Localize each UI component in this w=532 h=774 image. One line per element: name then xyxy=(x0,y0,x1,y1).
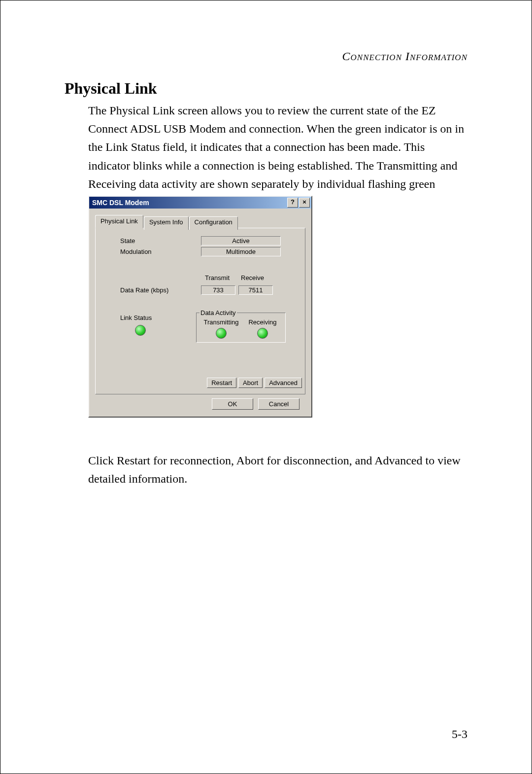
ok-button[interactable]: OK xyxy=(212,398,253,410)
receive-header: Receive xyxy=(241,274,264,281)
window-title: SMC DSL Modem xyxy=(92,199,149,207)
receiving-column: Receiving xyxy=(245,318,280,340)
running-header: Connection Information xyxy=(342,50,467,63)
page-number: 5-3 xyxy=(452,728,467,741)
receiving-led-icon xyxy=(257,328,268,339)
tab-physical-link[interactable]: Physical Link xyxy=(95,215,143,228)
abort-button[interactable]: Abort xyxy=(238,378,263,388)
document-page: Connection Information Physical Link The… xyxy=(0,0,532,774)
section-after-text: Click Restart for reconnection, Abort fo… xyxy=(88,452,467,488)
cancel-button[interactable]: Cancel xyxy=(258,398,299,410)
state-label: State xyxy=(120,237,135,245)
link-status-label: Link Status xyxy=(120,314,152,321)
titlebar: SMC DSL Modem ? × xyxy=(89,197,311,209)
section-body: The Physical Link screen allows you to r… xyxy=(88,102,467,211)
modulation-value: Multimode xyxy=(201,247,281,256)
section-title: Physical Link xyxy=(65,79,157,98)
help-button[interactable]: ? xyxy=(287,198,298,208)
modulation-label: Modulation xyxy=(120,248,152,255)
tab-configuration[interactable]: Configuration xyxy=(189,216,238,230)
state-value: Active xyxy=(201,236,281,246)
data-activity-group: Data Activity Transmitting Receiving xyxy=(196,309,286,343)
dialog-screenshot: SMC DSL Modem ? × Physical Link System I… xyxy=(88,196,312,418)
data-activity-legend: Data Activity xyxy=(200,309,237,317)
tx-rate-value: 733 xyxy=(201,285,235,295)
transmitting-column: Transmitting xyxy=(201,318,241,340)
datarate-label: Data Rate (kbps) xyxy=(120,286,168,294)
tab-system-info[interactable]: System Info xyxy=(144,216,189,230)
receiving-label: Receiving xyxy=(245,318,280,326)
advanced-button[interactable]: Advanced xyxy=(265,378,302,388)
restart-button[interactable]: Restart xyxy=(207,378,236,388)
rx-rate-value: 7511 xyxy=(238,285,273,295)
transmitting-led-icon xyxy=(216,328,227,339)
close-button[interactable]: × xyxy=(299,198,310,208)
transmitting-label: Transmitting xyxy=(201,318,241,326)
link-status-led-icon xyxy=(135,325,146,336)
tab-strip: Physical Link System Info Configuration xyxy=(95,215,305,229)
modem-dialog: SMC DSL Modem ? × Physical Link System I… xyxy=(88,196,312,418)
transmit-header: Transmit xyxy=(205,274,230,281)
tab-panel: State Modulation Active Multimode Transm… xyxy=(95,228,305,394)
